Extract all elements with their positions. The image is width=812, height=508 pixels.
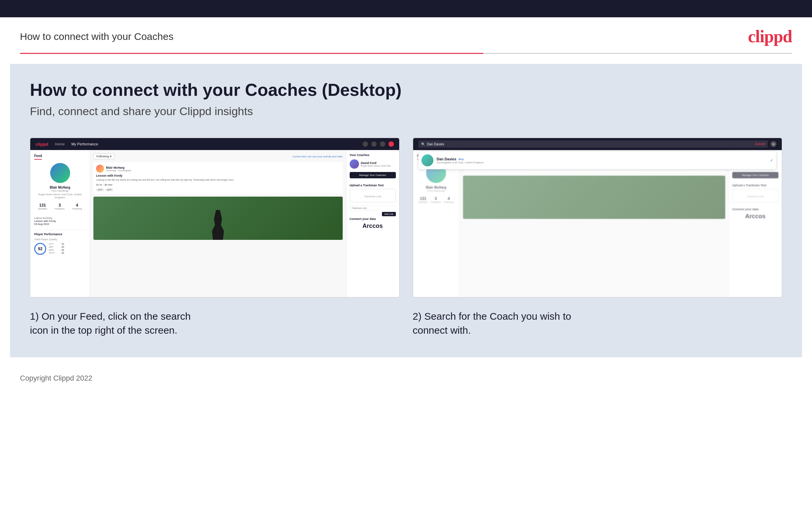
ss1-bar-ott: OTT 90 [49,243,64,245]
header-divider [20,53,792,54]
clippd-logo: clippd [748,27,792,46]
ss1-perf-sub: Total Player Quality [34,238,86,241]
settings-icon[interactable] [380,141,385,147]
page-title: How to connect with your Coaches [20,31,174,42]
ss1-coach-avatar [96,165,104,173]
ss1-stat-activities: 131 Activities [38,203,47,210]
user-icon[interactable] [371,141,377,147]
ss1-body: Feed Blair McHarg Plus Handicap Royal No… [30,150,399,297]
ss1-stats: 131 Activities 3 Followers 4 Following [34,203,86,210]
ss1-trackman-input[interactable] [350,206,396,211]
ss1-profile-club: Royal North Devon Golf Club, United King… [34,193,86,199]
ss2-search-bar: 🔍 Dan Davies CLEAR ✕ [413,138,782,150]
ss1-arccos-logo: Arccos [350,222,396,229]
ss1-following-button[interactable]: Following ▾ [93,153,115,159]
ss1-score: 92 [34,243,46,255]
step2-label: 2) Search for the Coach you wish to conn… [413,309,782,337]
ss1-david-ford-avatar [350,159,359,169]
copyright: Copyright Clippd 2022 [20,374,92,382]
top-bar [0,0,812,17]
screenshots-row: clippd Home My Performance [30,138,782,337]
ss2-magnify-icon: 🔍 [421,142,425,146]
ss2-overlay: 🔍 Dan Davies CLEAR ✕ Dan Davies [413,138,782,297]
ss1-coach-card: David Ford Royal North Devon Golf Club [350,159,396,169]
ss1-coach-name: Blair McHarg [106,166,131,169]
ss1-profile-name: Blair McHarg [34,186,86,189]
screenshot-1-content: clippd Home My Performance [30,138,399,297]
footer: Copyright Clippd 2022 [0,367,812,389]
ss1-lesson-title: Lesson with Fordy [96,174,340,177]
ss1-trackman-placeholder: Trackman Link [364,195,381,198]
screenshot-block-2: clippd Home My Performance [413,138,782,337]
search-icon[interactable] [363,141,368,147]
ss1-following-label: Following [72,208,82,210]
screenshot-frame-1: clippd Home My Performance [30,138,399,297]
ss1-middle-panel: Following ▾ Control who can see your act… [90,150,346,297]
ss1-latest-title: Latest Activity [34,217,86,220]
ss1-right-panel: Your Coaches David Ford Royal North Devo… [346,150,399,297]
ss1-latest-val: Lesson with Fordy [34,220,86,222]
main-subheading: Find, connect and share your Clippd insi… [30,105,782,118]
ss1-nav-home: Home [55,142,64,146]
ss1-profile-handicap: Plus Handicap [34,189,86,192]
ss1-perf-content: 92 OTT 90 APP [34,243,86,255]
ss1-david-ford-name: David Ford [361,161,391,165]
ss2-search-value: Dan Davies [427,142,753,146]
ss1-david-ford-club: Royal North Devon Golf Club [361,165,391,167]
ss1-bar-putt: PUTT 96 [49,252,64,254]
ss1-activities-label: Activities [38,208,47,210]
ss1-bars: OTT 90 APP 85 [49,243,64,255]
ss2-search-input-wrap[interactable]: 🔍 Dan Davies CLEAR [419,140,768,148]
ss1-nav-logo: clippd [36,142,48,147]
ss2-check-icon: ✓ [770,158,773,163]
ss1-latest-date: 03 Aug 2022 [34,222,86,225]
ss1-performance: Player Performance Total Player Quality … [34,229,86,255]
ss1-lesson-card: Blair McHarg Yesterday · Sunningdale Les… [93,162,343,194]
ss1-control-link[interactable]: Control who can see your activity and da… [292,155,343,158]
ss1-stat-followers: 3 Followers [55,203,65,210]
ss1-nav-icons [363,141,394,147]
ss1-navbar: clippd Home My Performance [30,138,399,150]
ss1-coaches-title: Your Coaches [350,153,396,157]
ss1-tag-app: APP [105,188,113,191]
ss1-latest-activity: Latest Activity Lesson with Fordy 03 Aug… [34,217,86,225]
ss1-left-panel: Feed Blair McHarg Plus Handicap Royal No… [30,150,90,297]
screenshot-frame-2: clippd Home My Performance [413,138,782,297]
header: How to connect with your Coaches clippd [0,17,812,53]
ss1-connect-title: Connect your data [350,217,396,220]
ss2-clear-button[interactable]: CLEAR [755,142,765,146]
ss1-golfer-silhouette [208,210,228,240]
ss1-nav-myperformance: My Performance [71,142,98,146]
ss2-close-button[interactable]: ✕ [770,141,776,147]
step1-label: 1) On your Feed, click on the search ico… [30,309,399,337]
ss1-upload-title: Upload a Trackman Test [350,184,396,187]
ss2-search-result[interactable]: Dan Davies Pro Sunningdale Golf Club, Un… [419,152,777,169]
ss1-trackman-box: Trackman Link [350,189,396,202]
ss2-result-avatar [422,154,433,166]
ss1-manage-coaches-button[interactable]: Manage Your Coaches [350,172,396,178]
ss1-perf-title: Player Performance [34,232,86,236]
ss1-add-link-button[interactable]: Add Link [382,212,395,216]
ss1-tag-off: OFF [96,188,104,191]
ss1-feed-label: Feed [34,154,42,160]
main-content: How to connect with your Coaches (Deskto… [10,64,802,357]
ss1-duration: 01 hr : 30 min [96,183,340,186]
avatar-icon[interactable] [389,141,394,147]
ss1-following-bar: Following ▾ Control who can see your act… [93,153,343,159]
ss1-profile-avatar [50,163,70,183]
ss1-bar-arg: ARG 86 [49,249,64,251]
screenshot-block-1: clippd Home My Performance [30,138,399,337]
ss1-golf-image [93,197,343,240]
screenshot-2-content: clippd Home My Performance [413,138,782,297]
main-heading: How to connect with your Coaches (Deskto… [30,81,782,99]
ss1-lesson-coach: Blair McHarg Yesterday · Sunningdale [96,165,340,173]
ss1-followers-label: Followers [55,208,65,210]
ss1-stat-following: 4 Following [72,203,82,210]
ss1-bar-app: APP 85 [49,246,64,248]
ss2-result-name: Dan Davies Pro [437,157,484,161]
ss1-coach-sub: Yesterday · Sunningdale [106,169,131,172]
ss2-pro-badge: Pro [459,158,464,161]
ss1-tags: OFF APP [96,188,340,191]
ss1-lesson-desc: Looking to feel like my hands are exitin… [96,178,340,181]
ss2-result-club: Sunningdale Golf Club, United Kingdom [437,161,484,164]
